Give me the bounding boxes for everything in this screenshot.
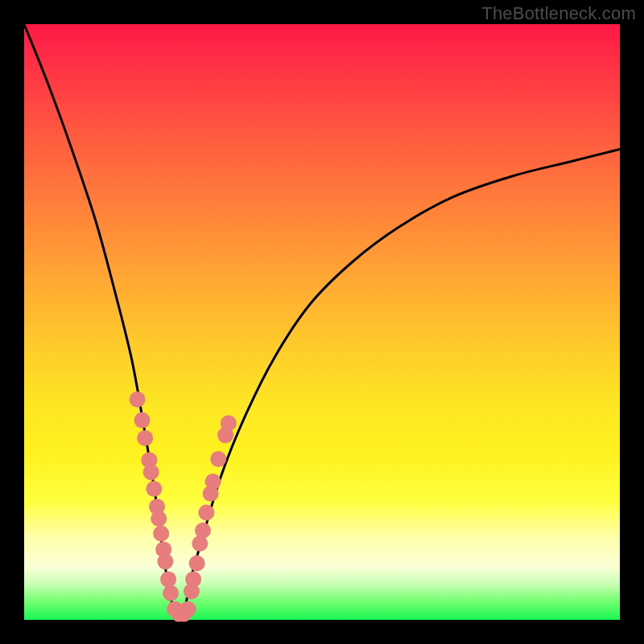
data-marker	[134, 412, 151, 428]
chart-svg	[24, 24, 620, 620]
data-marker	[160, 572, 176, 588]
data-marker	[163, 585, 179, 601]
plot-area	[24, 24, 620, 620]
data-marker	[210, 451, 226, 467]
bottleneck-curve	[24, 24, 620, 620]
data-marker	[198, 505, 214, 521]
curve-path	[24, 24, 620, 620]
data-marker	[137, 430, 153, 446]
data-marker	[195, 522, 211, 539]
data-marker	[153, 526, 169, 542]
data-marker	[157, 553, 173, 569]
watermark-text: TheBottleneck.com	[481, 3, 636, 24]
data-marker	[221, 415, 237, 431]
data-marker	[143, 464, 159, 480]
data-marker	[180, 601, 196, 617]
data-marker	[205, 473, 221, 489]
data-marker	[151, 510, 167, 526]
data-marker	[189, 555, 205, 572]
data-marker	[130, 391, 146, 407]
marker-layer	[130, 391, 237, 621]
chart-stage: TheBottleneck.com	[0, 0, 644, 644]
data-marker	[185, 572, 201, 588]
data-marker	[146, 481, 162, 497]
